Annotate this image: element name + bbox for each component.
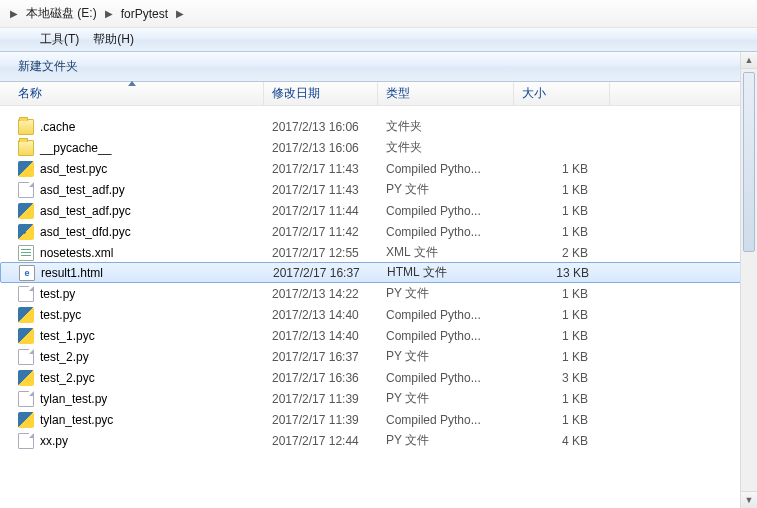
file-type: Compiled Pytho... (378, 225, 514, 239)
scroll-down-icon[interactable]: ▼ (741, 491, 757, 508)
column-header-date[interactable]: 修改日期 (264, 82, 378, 105)
file-type: PY 文件 (378, 181, 514, 198)
menu-help[interactable]: 帮助(H) (93, 31, 134, 48)
file-type: Compiled Pytho... (378, 204, 514, 218)
breadcrumb-item[interactable]: 本地磁盘 (E:) (24, 3, 99, 24)
table-row[interactable]: test_1.pyc2017/2/13 14:40Compiled Pytho.… (0, 325, 757, 346)
scroll-up-icon[interactable]: ▲ (741, 52, 757, 69)
file-name: asd_test_adf.pyc (40, 204, 131, 218)
file-name: asd_test.pyc (40, 162, 107, 176)
py-icon (18, 328, 34, 344)
table-row[interactable]: xx.py2017/2/17 12:44PY 文件4 KB (0, 430, 757, 451)
column-header-type[interactable]: 类型 (378, 82, 514, 105)
chevron-right-icon[interactable]: ▶ (4, 8, 24, 19)
py-icon (18, 307, 34, 323)
file-date: 2017/2/13 16:06 (264, 120, 378, 134)
column-headers: 名称 修改日期 类型 大小 (0, 82, 757, 106)
file-date: 2017/2/17 16:37 (265, 266, 379, 280)
file-size: 1 KB (514, 329, 610, 343)
chevron-right-icon[interactable]: ▶ (170, 8, 190, 19)
folder-icon (18, 140, 34, 156)
file-type: PY 文件 (378, 390, 514, 407)
file-date: 2017/2/17 11:39 (264, 392, 378, 406)
file-size: 13 KB (515, 266, 611, 280)
file-type: XML 文件 (378, 244, 514, 261)
py-icon (18, 224, 34, 240)
file-name: xx.py (40, 434, 68, 448)
file-size: 2 KB (514, 246, 610, 260)
menu-bar: 工具(T) 帮助(H) (0, 28, 757, 52)
html-icon (19, 265, 35, 281)
table-row[interactable]: nosetests.xml2017/2/17 12:55XML 文件2 KB (0, 242, 757, 263)
file-date: 2017/2/13 16:06 (264, 141, 378, 155)
sort-ascending-icon (128, 81, 136, 86)
file-date: 2017/2/17 11:43 (264, 183, 378, 197)
column-header-size[interactable]: 大小 (514, 82, 610, 105)
file-type: PY 文件 (378, 348, 514, 365)
file-icon (18, 391, 34, 407)
file-type: 文件夹 (378, 118, 514, 135)
menu-tools[interactable]: 工具(T) (40, 31, 79, 48)
file-date: 2017/2/17 11:42 (264, 225, 378, 239)
table-row[interactable]: .cache2017/2/13 16:06文件夹 (0, 116, 757, 137)
file-icon (18, 349, 34, 365)
file-icon (18, 286, 34, 302)
file-size: 3 KB (514, 371, 610, 385)
file-name: asd_test_adf.py (40, 183, 125, 197)
file-type: Compiled Pytho... (378, 329, 514, 343)
file-size: 1 KB (514, 183, 610, 197)
table-row[interactable]: tylan_test.py2017/2/17 11:39PY 文件1 KB (0, 388, 757, 409)
breadcrumb-item[interactable]: forPytest (119, 5, 170, 23)
table-row[interactable]: tylan_test.pyc2017/2/17 11:39Compiled Py… (0, 409, 757, 430)
table-row[interactable]: asd_test_adf.pyc2017/2/17 11:44Compiled … (0, 200, 757, 221)
table-row[interactable]: result1.html2017/2/17 16:37HTML 文件13 KB (0, 262, 757, 283)
chevron-right-icon[interactable]: ▶ (99, 8, 119, 19)
file-type: Compiled Pytho... (378, 413, 514, 427)
file-size: 1 KB (514, 287, 610, 301)
file-size: 1 KB (514, 308, 610, 322)
py-icon (18, 203, 34, 219)
file-type: PY 文件 (378, 285, 514, 302)
file-name: __pycache__ (40, 141, 111, 155)
table-row[interactable]: test_2.py2017/2/17 16:37PY 文件1 KB (0, 346, 757, 367)
file-date: 2017/2/17 16:36 (264, 371, 378, 385)
table-row[interactable]: __pycache__2017/2/13 16:06文件夹 (0, 137, 757, 158)
new-folder-button[interactable]: 新建文件夹 (18, 58, 78, 75)
py-icon (18, 161, 34, 177)
file-size: 4 KB (514, 434, 610, 448)
vertical-scrollbar[interactable]: ▲ ▼ (740, 52, 757, 508)
file-date: 2017/2/17 12:44 (264, 434, 378, 448)
file-size: 1 KB (514, 225, 610, 239)
column-header-label: 名称 (18, 85, 42, 102)
table-row[interactable]: test.py2017/2/13 14:22PY 文件1 KB (0, 283, 757, 304)
file-size: 1 KB (514, 413, 610, 427)
file-icon (18, 182, 34, 198)
file-name: .cache (40, 120, 75, 134)
file-date: 2017/2/17 12:55 (264, 246, 378, 260)
file-date: 2017/2/17 11:43 (264, 162, 378, 176)
file-name: test.py (40, 287, 75, 301)
file-type: PY 文件 (378, 432, 514, 449)
xml-icon (18, 245, 34, 261)
file-name: asd_test_dfd.pyc (40, 225, 131, 239)
table-row[interactable]: asd_test.pyc2017/2/17 11:43Compiled Pyth… (0, 158, 757, 179)
py-icon (18, 370, 34, 386)
table-row[interactable]: test_2.pyc2017/2/17 16:36Compiled Pytho.… (0, 367, 757, 388)
table-row[interactable]: asd_test_adf.py2017/2/17 11:43PY 文件1 KB (0, 179, 757, 200)
file-type: Compiled Pytho... (378, 162, 514, 176)
folder-icon (18, 119, 34, 135)
toolbar: 新建文件夹 (0, 52, 757, 82)
column-header-name[interactable]: 名称 (0, 82, 264, 105)
breadcrumb[interactable]: ▶ 本地磁盘 (E:) ▶ forPytest ▶ (0, 0, 757, 28)
file-type: Compiled Pytho... (378, 308, 514, 322)
file-type: 文件夹 (378, 139, 514, 156)
file-date: 2017/2/13 14:40 (264, 329, 378, 343)
table-row[interactable]: test.pyc2017/2/13 14:40Compiled Pytho...… (0, 304, 757, 325)
file-size: 1 KB (514, 350, 610, 364)
table-row[interactable]: asd_test_dfd.pyc2017/2/17 11:42Compiled … (0, 221, 757, 242)
file-name: test_2.py (40, 350, 89, 364)
scrollbar-thumb[interactable] (743, 72, 755, 252)
column-header-label: 大小 (522, 85, 546, 102)
file-size: 1 KB (514, 162, 610, 176)
file-date: 2017/2/17 11:44 (264, 204, 378, 218)
